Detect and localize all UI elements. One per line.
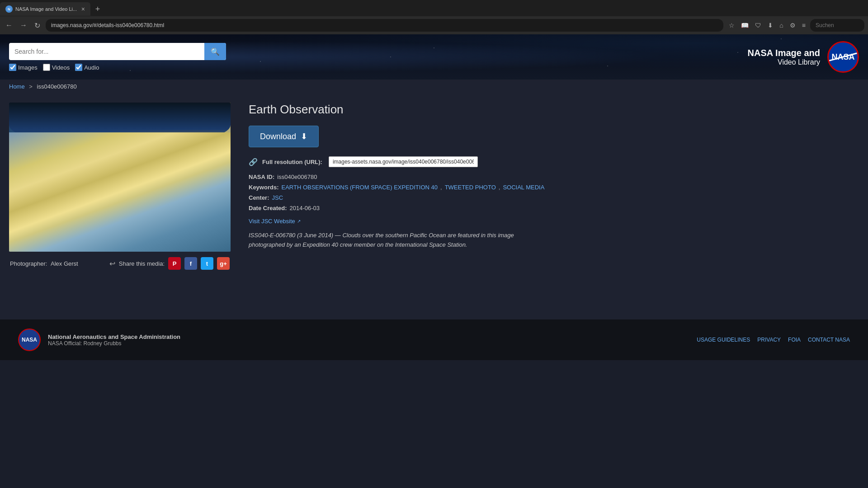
breadcrumb-home[interactable]: Home — [9, 83, 25, 90]
refresh-button[interactable]: ↻ — [33, 19, 42, 32]
photographer-label: Photographer: — [10, 260, 47, 267]
search-icon: 🔍 — [211, 48, 220, 56]
meta-table: NASA ID: iss040e006780 Keywords: EARTH O… — [249, 174, 859, 211]
meta-row-nasa-id: NASA ID: iss040e006780 — [249, 174, 859, 180]
download-icon[interactable]: ⬇ — [766, 21, 775, 30]
nasa-title-line1: NASA Image and — [748, 48, 820, 58]
toolbar-icons: ☆ 📖 🛡 ⬇ ⌂ ⚙ ≡ — [727, 19, 864, 32]
home-icon[interactable]: ⌂ — [778, 21, 785, 30]
description: ISS040-E-006780 (3 June 2014) — Clouds o… — [249, 231, 547, 250]
meta-key-keywords: Keywords: — [249, 184, 278, 191]
search-area: 🔍 Images Videos Audio — [9, 43, 226, 71]
star-icon[interactable]: ☆ — [727, 21, 736, 30]
nasa-meatball-text: NASA — [831, 52, 854, 62]
footer-nasa-logo: NASA — [18, 328, 41, 351]
link-icon: 🔗 — [249, 158, 258, 166]
audio-checkbox[interactable] — [75, 64, 82, 71]
images-label: Images — [18, 64, 38, 71]
footer-links: USAGE GUIDELINES PRIVACY FOIA CONTACT NA… — [697, 337, 850, 343]
meta-row-date: Date Created: 2014-06-03 — [249, 205, 859, 211]
twitter-button[interactable]: t — [201, 257, 213, 270]
videos-checkbox[interactable] — [43, 64, 50, 71]
url-input[interactable] — [329, 156, 478, 167]
keyword-social[interactable]: SOCIAL MEDIA — [503, 184, 544, 191]
center-jsc-link[interactable]: JSC — [272, 194, 283, 201]
nasa-title-line2: Video Library — [748, 58, 820, 66]
image-title: Earth Observation — [249, 103, 859, 117]
visit-jsc-link[interactable]: Visit JSC Website ↗ — [249, 218, 301, 225]
images-checkbox[interactable] — [9, 64, 16, 71]
breadcrumb-current: iss040e006780 — [37, 83, 77, 90]
footer-official-label: NASA Official: — [48, 340, 82, 347]
meta-key-date: Date Created: — [249, 205, 287, 211]
image-section: Photographer: Alex Gerst ↩ Share this me… — [9, 103, 231, 310]
new-tab-button[interactable]: + — [92, 4, 103, 14]
footer-usage-link[interactable]: USAGE GUIDELINES — [697, 337, 750, 343]
keyword-sep-2: , — [499, 184, 500, 191]
active-tab[interactable]: N NASA Image and Video Li... × — [0, 2, 90, 16]
address-bar: ← → ↻ ☆ 📖 🛡 ⬇ ⌂ ⚙ ≡ — [0, 16, 868, 34]
menu-icon[interactable]: ≡ — [800, 21, 807, 30]
filter-videos[interactable]: Videos — [43, 64, 70, 71]
search-button[interactable]: 🔍 — [204, 43, 226, 60]
pinterest-button[interactable]: P — [168, 257, 181, 270]
share-row: ↩ Share this media: P f t g+ — [109, 257, 230, 270]
clouds-area — [9, 132, 231, 252]
meta-val-nasa-id: iss040e006780 — [277, 174, 317, 180]
download-label: Download — [260, 132, 296, 141]
footer-contact-link[interactable]: CONTACT NASA — [808, 337, 850, 343]
forward-button[interactable]: → — [18, 19, 29, 31]
nasa-logo-area: NASA Image and Video Library NASA — [748, 41, 859, 73]
keyword-earth-obs[interactable]: EARTH OBSERVATIONS (FROM SPACE) EXPEDITI… — [281, 184, 438, 191]
url-label: Full resolution (URL): — [262, 159, 322, 165]
url-row: 🔗 Full resolution (URL): — [249, 156, 859, 167]
download-arrow-icon: ⬇ — [301, 131, 307, 141]
details-section: Earth Observation Download ⬇ 🔗 Full reso… — [249, 103, 859, 310]
meta-key-center: Center: — [249, 194, 269, 201]
filter-row: Images Videos Audio — [9, 64, 226, 71]
footer-foia-link[interactable]: FOIA — [788, 337, 801, 343]
visit-link-text: Visit JSC Website — [249, 218, 295, 225]
browser-chrome: N NASA Image and Video Li... × + ← → ↻ ☆… — [0, 0, 868, 34]
share-circle-icon: ↩ — [109, 259, 115, 268]
photographer-row: Photographer: Alex Gerst ↩ Share this me… — [9, 257, 231, 270]
photographer-info: Photographer: Alex Gerst — [10, 260, 78, 267]
search-input[interactable] — [9, 48, 204, 55]
footer: NASA National Aeronautics and Space Admi… — [0, 319, 868, 360]
nasa-title: NASA Image and Video Library — [748, 48, 820, 66]
tab-favicon: N — [5, 5, 13, 13]
meta-row-center: Center: JSC — [249, 194, 859, 201]
download-button[interactable]: Download ⬇ — [249, 126, 319, 147]
address-input[interactable] — [46, 19, 723, 32]
meta-row-keywords: Keywords: EARTH OBSERVATIONS (FROM SPACE… — [249, 184, 859, 191]
filter-images[interactable]: Images — [9, 64, 38, 71]
tab-bar: N NASA Image and Video Li... × + — [0, 0, 868, 16]
browser-search-input[interactable] — [810, 19, 864, 32]
googleplus-button[interactable]: g+ — [217, 257, 230, 270]
footer-privacy-link[interactable]: PRIVACY — [757, 337, 781, 343]
meta-val-date: 2014-06-03 — [290, 205, 320, 211]
external-link-icon: ↗ — [297, 219, 301, 224]
keyword-sep-1: , — [440, 184, 442, 191]
footer-logo-text: NASA — [22, 337, 37, 343]
main-content: Photographer: Alex Gerst ↩ Share this me… — [0, 94, 868, 319]
footer-official: NASA Official: Rodney Grubbs — [48, 340, 180, 347]
keyword-tweeted[interactable]: TWEETED PHOTO — [445, 184, 496, 191]
tab-title: NASA Image and Video Li... — [15, 6, 79, 12]
facebook-button[interactable]: f — [184, 257, 197, 270]
shield-icon[interactable]: 🛡 — [753, 21, 763, 30]
filter-audio[interactable]: Audio — [75, 64, 99, 71]
photographer-name: Alex Gerst — [51, 260, 78, 267]
bookmark-icon[interactable]: 📖 — [739, 21, 750, 30]
breadcrumb-separator: > — [29, 83, 33, 90]
videos-label: Videos — [52, 64, 70, 71]
nasa-meatball: NASA — [827, 41, 859, 73]
tab-close-button[interactable]: × — [81, 5, 85, 13]
share-label: Share this media: — [119, 260, 165, 267]
back-button[interactable]: ← — [4, 19, 14, 31]
extensions-icon[interactable]: ⚙ — [788, 21, 797, 30]
footer-org-name: National Aeronautics and Space Administr… — [48, 333, 180, 340]
audio-label: Audio — [84, 64, 99, 71]
breadcrumb: Home > iss040e006780 — [0, 80, 868, 94]
main-image[interactable] — [9, 103, 231, 252]
